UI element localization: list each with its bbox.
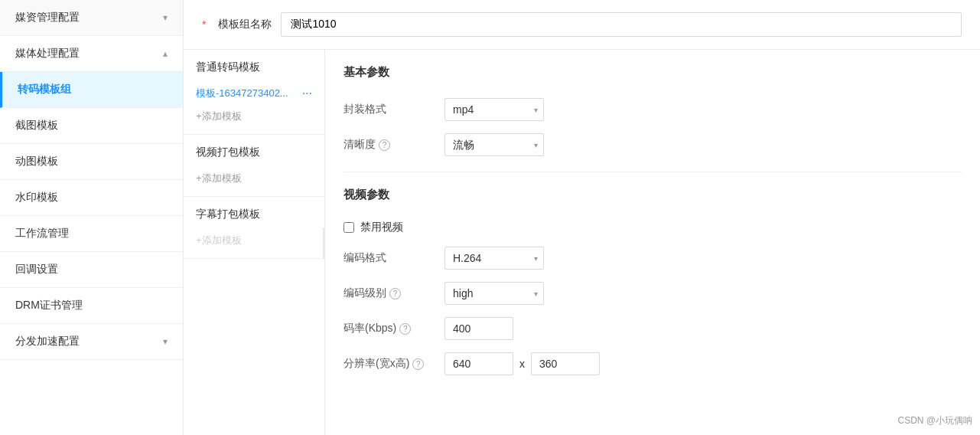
top-header: * 模板组名称 [184, 0, 980, 50]
params-panel: 基本参数 封装格式 mp4 flv hls ts ▾ [325, 50, 980, 435]
sidebar-item-label: 截图模板 [15, 119, 58, 132]
sidebar-item-media-management[interactable]: 媒资管理配置 ▾ [0, 0, 183, 36]
video-package-title: 视频打包模板 [196, 146, 312, 159]
bitrate-input[interactable] [444, 317, 513, 340]
video-resolution-row: 分辨率(宽x高) ? x [343, 352, 962, 375]
resolution-separator: x [519, 358, 525, 370]
resolution-width-input[interactable] [444, 352, 513, 375]
sidebar-item-label: DRM证书管理 [15, 299, 83, 312]
resolution-row: 清晰度 ? 流畅 标清 高清 超清 2K 4K ▾ [343, 133, 962, 156]
group-name-input[interactable] [281, 12, 962, 37]
bitrate-row: 码率(Kbps) ? [343, 317, 962, 340]
container-format-label: 封装格式 [343, 103, 435, 116]
template-item-1[interactable]: 模板-16347273402... ··· [196, 82, 312, 105]
sidebar-item-label: 水印模板 [15, 191, 58, 204]
template-item-label: 模板-16347273402... [196, 87, 288, 100]
section-divider-1 [343, 172, 962, 172]
sidebar-item-workflow-management[interactable]: 工作流管理 [0, 216, 183, 252]
group-name-label: 模板组名称 [218, 18, 272, 31]
sidebar-item-transcode-template-group[interactable]: 转码模板组 [0, 72, 183, 108]
codec-format-select[interactable]: H.264 H.265 VP8 VP9 [444, 247, 544, 270]
add-template-subtitle: +添加模板 [196, 229, 312, 252]
resolution-help-icon[interactable]: ? [379, 139, 390, 151]
required-star: * [202, 18, 206, 31]
codec-level-label: 编码级别 ? [343, 286, 435, 300]
bitrate-label: 码率(Kbps) ? [343, 322, 435, 335]
codec-level-select-wrapper: high main baseline ▾ [444, 282, 544, 305]
sidebar-item-label: 媒资管理配置 [15, 11, 80, 25]
chevron-up-icon: ▴ [163, 48, 168, 59]
collapse-panel-button[interactable]: ◀ [323, 227, 325, 258]
resolution-inputs: x [444, 352, 600, 375]
template-panel: 普通转码模板 模板-16347273402... ··· +添加模板 视频打包模… [184, 50, 325, 435]
resolution-select[interactable]: 流畅 标清 高清 超清 2K 4K [444, 133, 544, 156]
codec-level-help-icon[interactable]: ? [389, 288, 401, 299]
codec-format-select-wrapper: H.264 H.265 VP8 VP9 ▾ [444, 247, 544, 270]
add-template-video[interactable]: +添加模板 [196, 167, 312, 190]
disable-video-row: 禁用视频 [343, 221, 962, 234]
resolution-label: 清晰度 ? [343, 138, 435, 152]
video-package-section: 视频打包模板 +添加模板 [184, 135, 324, 197]
sidebar: 媒资管理配置 ▾ 媒体处理配置 ▴ 转码模板组 截图模板 动图模板 水印模板 工… [0, 0, 184, 435]
normal-transcode-title: 普通转码模板 [196, 61, 312, 74]
codec-level-row: 编码级别 ? high main baseline ▾ [343, 282, 962, 305]
video-resolution-help-icon[interactable]: ? [412, 358, 424, 370]
container-format-select[interactable]: mp4 flv hls ts [444, 98, 544, 121]
bitrate-help-icon[interactable]: ? [399, 323, 411, 335]
subtitle-package-section: 字幕打包模板 +添加模板 [184, 197, 324, 259]
sidebar-item-label: 工作流管理 [15, 227, 69, 240]
add-template-normal[interactable]: +添加模板 [196, 105, 312, 128]
sidebar-item-drm-certificate[interactable]: DRM证书管理 [0, 288, 183, 324]
disable-video-label: 禁用视频 [360, 221, 403, 234]
codec-level-select[interactable]: high main baseline [444, 282, 544, 305]
sidebar-item-callback-settings[interactable]: 回调设置 [0, 252, 183, 288]
sidebar-item-animated-template[interactable]: 动图模板 [0, 144, 183, 180]
container-format-select-wrapper: mp4 flv hls ts ▾ [444, 98, 544, 121]
sidebar-item-label: 分发加速配置 [15, 335, 80, 348]
sidebar-item-distribution-acceleration[interactable]: 分发加速配置 ▾ [0, 324, 183, 360]
resolution-height-input[interactable] [531, 352, 600, 375]
menu-dots-icon[interactable]: ··· [302, 87, 312, 100]
sidebar-item-label: 转码模板组 [18, 83, 71, 96]
sidebar-item-watermark-template[interactable]: 水印模板 [0, 180, 183, 216]
sidebar-item-label: 媒体处理配置 [15, 47, 80, 61]
disable-video-checkbox[interactable] [343, 222, 354, 233]
resolution-select-wrapper: 流畅 标清 高清 超清 2K 4K ▾ [444, 133, 544, 156]
basic-params-title: 基本参数 [343, 65, 962, 86]
sidebar-item-label: 动图模板 [15, 155, 58, 168]
basic-params-section: 基本参数 封装格式 mp4 flv hls ts ▾ [343, 65, 962, 156]
main-content: * 模板组名称 普通转码模板 模板-16347273402... ··· +添加… [184, 0, 980, 435]
sidebar-item-media-processing[interactable]: 媒体处理配置 ▴ [0, 36, 183, 72]
content-area: 普通转码模板 模板-16347273402... ··· +添加模板 视频打包模… [184, 50, 980, 435]
normal-transcode-section: 普通转码模板 模板-16347273402... ··· +添加模板 [184, 50, 324, 135]
chevron-down-icon: ▾ [163, 12, 168, 23]
sidebar-item-label: 回调设置 [15, 263, 58, 276]
codec-format-label: 编码格式 [343, 251, 435, 265]
chevron-down-icon2: ▾ [163, 336, 168, 347]
sidebar-item-screenshot-template[interactable]: 截图模板 [0, 108, 183, 144]
video-resolution-label: 分辨率(宽x高) ? [343, 357, 435, 371]
video-params-title: 视频参数 [343, 188, 962, 208]
video-params-section: 视频参数 禁用视频 编码格式 H.264 H.265 VP8 VP9 [343, 188, 962, 375]
subtitle-package-title: 字幕打包模板 [196, 208, 312, 221]
codec-format-row: 编码格式 H.264 H.265 VP8 VP9 ▾ [343, 247, 962, 270]
container-format-row: 封装格式 mp4 flv hls ts ▾ [343, 98, 962, 121]
